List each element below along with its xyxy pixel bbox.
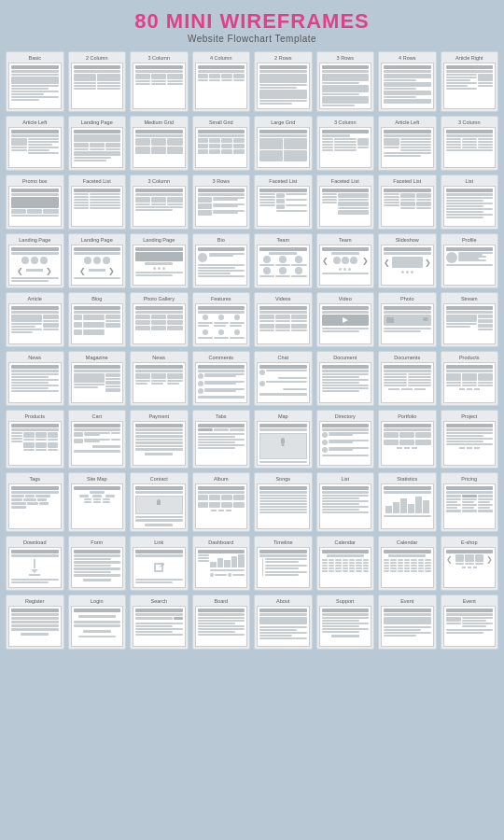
- card-team-b: Team ❮ ❯: [316, 233, 375, 288]
- card-4rows: 4 Rows: [378, 51, 437, 112]
- card-news-b: News: [130, 351, 189, 406]
- card-tags: Tags: [6, 472, 64, 532]
- card-products-b: Products: [6, 410, 64, 469]
- card-faceted-list-b: Faceted List: [254, 175, 313, 230]
- card-document: Document: [316, 351, 375, 406]
- card-videos: Videos: [254, 292, 313, 347]
- card-statistics: Statistics: [378, 472, 437, 532]
- card-slideshow: Slideshow ❮ ❯: [378, 233, 437, 288]
- card-cart: Cart: [68, 410, 127, 469]
- card-download: Download: [6, 536, 64, 591]
- card-chat: Chat: [254, 351, 313, 406]
- card-landing-page-d: Landing Page: [130, 233, 189, 288]
- card-contact: Contact: [130, 472, 189, 532]
- card-magazine: Magazine: [68, 351, 127, 406]
- card-small-grid: Small Grid: [192, 116, 251, 171]
- card-portfolio: Portfolio: [378, 410, 437, 469]
- card-3rows: 3 Rows: [316, 51, 375, 112]
- card-pricing: Pricing: [441, 472, 499, 532]
- card-site-map: Site Map: [68, 472, 127, 532]
- card-documents: Documents: [378, 351, 437, 406]
- card-login: Login: [68, 595, 127, 650]
- card-faceted-list-c: Faceted List: [316, 175, 375, 230]
- card-profile: Profile: [441, 233, 499, 288]
- wireframes-grid: Basic 2 Column: [6, 51, 498, 650]
- card-dashboard: Dashboard: [192, 536, 251, 591]
- card-faceted-list: Faceted List: [68, 175, 127, 230]
- card-3rows-b: 3 Rows: [192, 175, 251, 230]
- card-calendar-b: Calendar: [378, 536, 437, 591]
- card-large-grid: Large Grid: [254, 116, 313, 171]
- card-medium-grid: Medium Grid: [130, 116, 189, 171]
- page-subtitle: Website Flowchart Template: [188, 34, 316, 44]
- card-blog: Blog: [68, 292, 127, 347]
- card-3col-c: 3 Column: [441, 116, 499, 171]
- card-stream: Stream: [441, 292, 499, 347]
- card-list-b: List: [316, 472, 375, 532]
- card-comments: Comments: [192, 351, 251, 406]
- card-album: Album: [192, 472, 251, 532]
- card-support: Support: [316, 595, 375, 650]
- card-3col-b: 3 Column: [316, 116, 375, 171]
- card-map: Map: [254, 410, 313, 469]
- card-products: Products: [441, 351, 499, 406]
- card-event: Event: [378, 595, 437, 650]
- card-calendar: Calendar: [316, 536, 375, 591]
- card-faceted-list-d: Faceted List: [378, 175, 437, 230]
- card-search: Search: [130, 595, 189, 650]
- card-3col-d: 3 Column: [130, 175, 189, 230]
- card-payment: Payment: [130, 410, 189, 469]
- card-event-b: Event: [441, 595, 499, 650]
- page-title: 80 MINI WIREFRAMES: [134, 9, 369, 34]
- card-form: Form: [68, 536, 127, 591]
- card-list: List: [441, 175, 499, 230]
- card-landing-page: Landing Page: [68, 116, 127, 171]
- card-board: Board: [192, 595, 251, 650]
- card-register: Register: [6, 595, 64, 650]
- card-video: Video: [316, 292, 375, 347]
- card-basic: Basic: [6, 51, 64, 112]
- card-article-right: Article Right: [441, 51, 499, 112]
- card-e-shop: E-shop ❮ ❯: [441, 536, 499, 591]
- card-features: Features: [192, 292, 251, 347]
- card-project: Project: [441, 410, 499, 469]
- card-directory: Directory: [316, 410, 375, 469]
- card-tabs: Tabs: [192, 410, 251, 469]
- card-landing-page-c: Landing Page ❮ ❯: [68, 233, 127, 288]
- card-2col: 2 Column: [68, 51, 127, 112]
- card-landing-page-b: Landing Page ❮ ❯: [6, 233, 64, 288]
- card-4col: 4 Column: [192, 51, 251, 112]
- card-bio: Bio: [192, 233, 251, 288]
- card-photo-gallery: Photo Gallery: [130, 292, 189, 347]
- card-team: Team: [254, 233, 313, 288]
- card-2rows: 2 Rows: [254, 51, 313, 112]
- card-article-left-b: Article Left: [378, 116, 437, 171]
- card-photo: Photo: [378, 292, 437, 347]
- card-news: News: [6, 351, 64, 406]
- card-about: About: [254, 595, 313, 650]
- card-3col: 3 Column: [130, 51, 189, 112]
- card-article-left: Article Left: [6, 116, 64, 171]
- card-link: Link ↗: [130, 536, 189, 591]
- card-article: Article: [6, 292, 64, 347]
- card-timeline: Timeline: [254, 536, 313, 591]
- card-songs: Songs: [254, 472, 313, 532]
- card-promo-box: Promo box: [6, 175, 64, 230]
